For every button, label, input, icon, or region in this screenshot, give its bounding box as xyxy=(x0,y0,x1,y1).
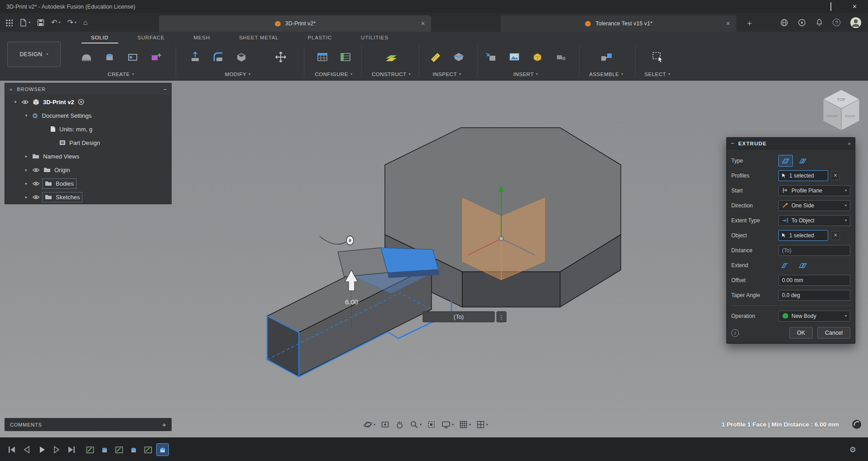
extend-faces-button[interactable] xyxy=(778,259,793,271)
start-dropdown[interactable]: Profile Plane ▾ xyxy=(778,185,850,196)
browser-item-origin[interactable]: ▸ Origin xyxy=(5,163,171,177)
section-analysis-icon[interactable] xyxy=(449,48,468,67)
comments-panel[interactable]: COMMENTS + xyxy=(5,418,172,431)
panel-collapse-icon[interactable]: « xyxy=(10,87,12,92)
collapse-dialog-icon[interactable]: − xyxy=(731,140,734,147)
chevron-right-icon[interactable]: ▸ xyxy=(24,168,29,172)
chevron-right-icon[interactable]: ▸ xyxy=(24,154,29,158)
insert-mesh-icon[interactable] xyxy=(528,48,547,67)
type-extrude-button[interactable] xyxy=(778,155,793,167)
timeline-feature-sketch[interactable] xyxy=(84,444,96,456)
dialog-header[interactable]: − EXTRUDE » xyxy=(727,138,855,149)
model-viewport[interactable]: 6.00 (To) ⋮ TOP FRONT RIGHT « BROWSER − … xyxy=(0,81,868,437)
fillet-icon[interactable] xyxy=(209,48,228,67)
ok-button[interactable]: OK xyxy=(789,327,813,339)
notifications-bell-icon[interactable] xyxy=(815,19,823,27)
document-tab[interactable]: Tolerance Test v15 v1* ✕ xyxy=(501,15,736,32)
inspect-menu[interactable]: INSPECT▾ xyxy=(433,70,461,79)
orbit-button[interactable]: ▾ xyxy=(363,420,375,429)
tab-solid[interactable]: SOLID xyxy=(82,32,118,43)
close-window-button[interactable]: ✕ xyxy=(852,4,857,10)
job-status-badge[interactable] xyxy=(852,419,862,429)
timeline-feature-extrude-active[interactable] xyxy=(157,444,168,456)
browser-item-sketches[interactable]: ▸ Sketches xyxy=(5,190,171,204)
insert-derive-icon[interactable] xyxy=(482,48,501,67)
operation-dropdown[interactable]: New Body ▾ xyxy=(778,311,850,322)
go-to-end-button[interactable] xyxy=(66,444,77,455)
new-tab-button[interactable]: + xyxy=(747,15,752,32)
select-icon[interactable] xyxy=(648,48,667,67)
select-menu[interactable]: SELECT▾ xyxy=(644,70,670,79)
distance-value-box[interactable]: (To) ⋮ xyxy=(423,312,506,322)
app-grid-icon[interactable] xyxy=(5,19,13,26)
fit-button[interactable] xyxy=(427,420,436,429)
configure-menu[interactable]: CONFIGURE▾ xyxy=(315,70,352,79)
create-menu[interactable]: CREATE▾ xyxy=(108,70,134,79)
visibility-eye-icon[interactable] xyxy=(32,181,40,186)
create-form-icon[interactable] xyxy=(146,48,165,67)
extent-type-dropdown[interactable]: To Object ▾ xyxy=(778,215,850,226)
timeline-feature-extrude[interactable] xyxy=(99,444,110,456)
info-icon[interactable]: i xyxy=(731,329,739,337)
step-back-button[interactable] xyxy=(21,444,32,455)
cancel-button[interactable]: Cancel xyxy=(817,327,850,339)
pan-button[interactable] xyxy=(395,420,404,429)
timeline-feature-extrude[interactable] xyxy=(128,444,139,456)
tab-sheet-metal[interactable]: SHEET METAL xyxy=(230,32,288,43)
configuration-table-icon[interactable] xyxy=(336,48,355,67)
browser-item-bodies[interactable]: ▸ Bodies xyxy=(5,177,171,190)
browser-item-document-settings[interactable]: ▾ ⚙ Document Settings xyxy=(5,109,171,122)
insert-mcmaster-icon[interactable] xyxy=(551,48,570,67)
close-tab-icon[interactable]: ✕ xyxy=(421,20,425,27)
document-tab-active[interactable]: 3D-Print v2* ✕ xyxy=(159,15,431,32)
visibility-eye-icon[interactable] xyxy=(21,100,29,105)
insert-menu[interactable]: INSERT▾ xyxy=(513,70,538,79)
insert-canvas-icon[interactable] xyxy=(505,48,524,67)
minimize-panel-icon[interactable]: − xyxy=(163,86,167,93)
extrude-icon[interactable] xyxy=(100,48,119,67)
chevron-right-icon[interactable]: ▸ xyxy=(24,181,29,186)
direction-dropdown[interactable]: One Side ▾ xyxy=(778,200,850,211)
shell-icon[interactable] xyxy=(232,48,251,67)
chevron-down-icon[interactable]: ▾ xyxy=(24,113,29,118)
construct-menu[interactable]: CONSTRUCT▾ xyxy=(372,70,411,79)
chevron-right-icon[interactable]: ▸ xyxy=(24,195,29,199)
browser-item-part-design[interactable]: Part Design xyxy=(5,136,171,149)
browser-item-root[interactable]: ▾ 3D-Print v2 xyxy=(5,95,171,109)
viewports-button[interactable]: ▾ xyxy=(476,420,488,429)
press-pull-icon[interactable] xyxy=(186,48,205,67)
step-forward-button[interactable] xyxy=(51,444,62,455)
create-sketch-icon[interactable] xyxy=(123,48,142,67)
viewcube[interactable]: TOP FRONT RIGHT xyxy=(823,90,859,130)
tab-plastic[interactable]: PLASTIC xyxy=(298,32,342,43)
file-menu-button[interactable]: ▾ xyxy=(19,19,30,27)
object-selection-field[interactable]: 1 selected xyxy=(778,230,828,241)
measure-icon[interactable] xyxy=(426,48,445,67)
modify-menu[interactable]: MODIFY▾ xyxy=(225,70,250,79)
offset-input[interactable]: 0.00 mm xyxy=(778,275,850,286)
tab-surface[interactable]: SURFACE xyxy=(128,32,174,43)
visibility-eye-icon[interactable] xyxy=(32,195,40,200)
play-button[interactable] xyxy=(36,444,47,455)
redo-button[interactable]: ↷ ▾ xyxy=(67,19,76,26)
dock-dialog-icon[interactable]: » xyxy=(848,140,851,147)
user-avatar[interactable] xyxy=(850,17,862,29)
display-settings-button[interactable]: ▾ xyxy=(441,420,454,429)
maximize-button[interactable] xyxy=(830,3,831,11)
type-thin-extrude-button[interactable] xyxy=(796,155,810,167)
timeline-settings-gear-icon[interactable]: ⚙ xyxy=(849,438,856,461)
taper-angle-input[interactable]: 0.0 deg xyxy=(778,290,850,301)
browser-item-units[interactable]: Units: mm, g xyxy=(5,122,171,136)
clear-object-button[interactable]: ✕ xyxy=(831,231,840,240)
undo-button[interactable]: ↶ ▾ xyxy=(51,19,60,26)
configure-icon[interactable] xyxy=(313,48,332,67)
visibility-eye-icon[interactable] xyxy=(32,168,40,173)
construct-plane-icon[interactable] xyxy=(382,48,401,67)
add-comment-icon[interactable]: + xyxy=(162,421,166,428)
extend-adjacent-button[interactable] xyxy=(796,259,810,271)
workspace-switcher[interactable]: DESIGN ▾ xyxy=(7,42,61,67)
chevron-down-icon[interactable]: ▾ xyxy=(13,100,18,104)
job-status-icon[interactable] xyxy=(798,19,806,27)
grid-snap-button[interactable]: ▾ xyxy=(459,420,471,429)
assemble-menu[interactable]: ASSEMBLE▾ xyxy=(589,70,623,79)
